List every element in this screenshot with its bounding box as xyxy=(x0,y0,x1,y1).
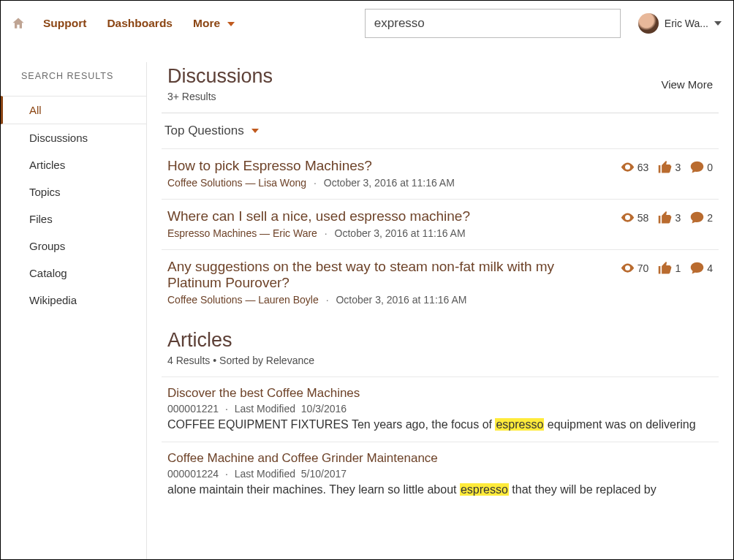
result-timestamp: October 3, 2016 at 11:16 AM xyxy=(335,227,466,239)
sidebar-item-groups[interactable]: Groups xyxy=(1,232,146,260)
article-result[interactable]: Discover the best Coffee Machines 000001… xyxy=(162,377,719,442)
result-author: Eric Ware xyxy=(273,227,317,239)
sidebar-item-catalog[interactable]: Catalog xyxy=(1,260,146,287)
highlighted-term: espresso xyxy=(460,483,509,496)
articles-title: Articles xyxy=(167,329,314,352)
result-category: Espresso Machines xyxy=(167,227,257,239)
nav-support[interactable]: Support xyxy=(43,17,86,30)
result-timestamp: October 3, 2016 at 11:16 AM xyxy=(324,177,455,189)
header: Support Dashboards More Eric Wa... xyxy=(1,1,733,46)
comment-icon xyxy=(689,260,705,276)
sidebar-title: SEARCH RESULTS xyxy=(1,71,146,96)
article-modified-label: Last Modified xyxy=(235,403,295,415)
result-stats: 63 3 0 xyxy=(620,158,713,189)
discussion-result[interactable]: Where can I sell a nice, used espresso m… xyxy=(162,199,719,249)
article-modified-date: 10/3/2016 xyxy=(301,403,347,415)
sidebar-item-discussions[interactable]: Discussions xyxy=(1,124,146,151)
result-meta: Coffee Solutions — Lisa Wong · October 3… xyxy=(167,177,613,189)
article-snippet: alone maintain their machines. They lear… xyxy=(167,482,713,498)
thumbs-up-icon xyxy=(657,260,673,276)
articles-subtitle: 4 Results • Sorted by Relevance xyxy=(167,355,314,366)
home-icon[interactable] xyxy=(11,16,26,31)
article-meta: 000001224 · Last Modified 5/10/2017 xyxy=(167,468,713,480)
discussion-result[interactable]: Any suggestions on the best way to steam… xyxy=(162,249,719,316)
avatar xyxy=(638,13,659,34)
article-modified-date: 5/10/2017 xyxy=(301,468,347,480)
eye-icon xyxy=(620,159,635,175)
comments-stat: 0 xyxy=(689,159,713,175)
user-name: Eric Wa... xyxy=(665,18,708,29)
discussions-title: Discussions xyxy=(167,65,273,88)
user-menu[interactable]: Eric Wa... xyxy=(638,13,722,34)
discussions-section-head: Discussions 3+ Results View More xyxy=(162,62,719,113)
result-author: Lisa Wong xyxy=(258,177,306,189)
search-input[interactable] xyxy=(365,9,621,38)
result-title: Any suggestions on the best way to steam… xyxy=(167,259,562,291)
thumbs-up-icon xyxy=(657,159,673,175)
comment-icon xyxy=(689,159,705,175)
articles-section-head: Articles 4 Results • Sorted by Relevance xyxy=(162,316,719,377)
sort-row[interactable]: Top Questions xyxy=(162,113,719,148)
container: SEARCH RESULTS All Discussions Articles … xyxy=(1,62,733,559)
nav-links: Support Dashboards More xyxy=(43,17,235,30)
discussions-subtitle: 3+ Results xyxy=(167,91,273,102)
likes-stat: 3 xyxy=(657,210,681,225)
caret-down-icon xyxy=(714,21,722,26)
article-id: 000001221 xyxy=(167,403,219,415)
article-title: Coffee Machine and Coffee Grinder Mainte… xyxy=(167,451,713,466)
chevron-down-icon xyxy=(227,17,235,30)
comments-stat: 4 xyxy=(689,260,713,276)
article-modified-label: Last Modified xyxy=(235,468,295,480)
nav-more[interactable]: More xyxy=(193,17,235,30)
result-category: Coffee Solutions xyxy=(167,177,242,189)
article-title: Discover the best Coffee Machines xyxy=(167,386,713,401)
result-title: How to pick Espresso Machines? xyxy=(167,158,613,174)
views-stat: 70 xyxy=(620,260,649,276)
result-author: Lauren Boyle xyxy=(258,294,319,306)
article-result[interactable]: Coffee Machine and Coffee Grinder Mainte… xyxy=(162,442,719,507)
result-stats: 70 1 4 xyxy=(620,259,713,306)
article-snippet: COFFEE EQUIPMENT FIXTURES Ten years ago,… xyxy=(167,417,713,433)
views-stat: 63 xyxy=(620,159,649,175)
result-category: Coffee Solutions xyxy=(167,294,242,306)
views-stat: 58 xyxy=(620,210,649,225)
comment-icon xyxy=(689,210,705,225)
eye-icon xyxy=(620,260,635,276)
result-timestamp: October 3, 2016 at 11:16 AM xyxy=(336,294,466,306)
view-more-link[interactable]: View More xyxy=(661,65,713,91)
result-title: Where can I sell a nice, used espresso m… xyxy=(167,208,613,224)
discussion-result[interactable]: How to pick Espresso Machines? Coffee So… xyxy=(162,148,719,199)
sidebar-item-articles[interactable]: Articles xyxy=(1,151,146,178)
article-id: 000001224 xyxy=(167,468,219,480)
sidebar-item-all[interactable]: All xyxy=(1,96,146,124)
likes-stat: 3 xyxy=(657,159,681,175)
sidebar-item-topics[interactable]: Topics xyxy=(1,178,146,205)
likes-stat: 1 xyxy=(657,260,681,276)
article-meta: 000001221 · Last Modified 10/3/2016 xyxy=(167,403,713,415)
highlighted-term: espresso xyxy=(495,418,544,431)
nav-more-label: More xyxy=(193,17,220,29)
eye-icon xyxy=(620,210,635,225)
comments-stat: 2 xyxy=(689,210,713,225)
result-stats: 58 3 2 xyxy=(620,208,713,239)
sidebar-item-files[interactable]: Files xyxy=(1,205,146,232)
sort-label: Top Questions xyxy=(164,124,244,138)
search-box xyxy=(365,9,621,38)
caret-down-icon xyxy=(251,129,259,133)
thumbs-up-icon xyxy=(657,210,673,225)
main: Discussions 3+ Results View More Top Que… xyxy=(147,62,733,559)
sidebar-item-wikipedia[interactable]: Wikipedia xyxy=(1,287,146,314)
result-meta: Coffee Solutions — Lauren Boyle · Octobe… xyxy=(167,294,613,306)
result-meta: Espresso Machines — Eric Ware · October … xyxy=(167,227,613,239)
sidebar: SEARCH RESULTS All Discussions Articles … xyxy=(1,62,147,559)
nav-dashboards[interactable]: Dashboards xyxy=(107,17,173,30)
